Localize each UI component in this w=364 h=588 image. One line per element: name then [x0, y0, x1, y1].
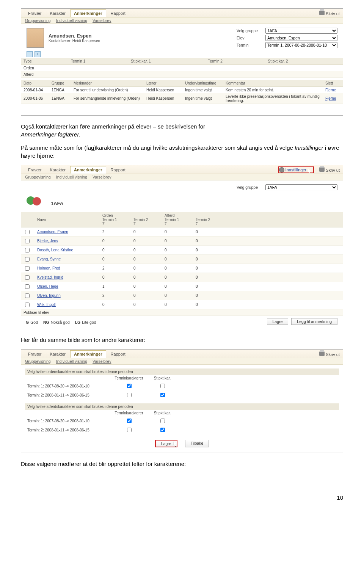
q-orden: Velg hvilke ordenskarakterer som skal br… — [25, 368, 339, 375]
student-link[interactable]: Bjerke, Jens — [37, 239, 58, 243]
student-link[interactable]: Holmen, Fred — [37, 266, 60, 270]
chk-orden-t2-termin[interactable] — [127, 393, 132, 397]
row-check[interactable] — [25, 230, 30, 234]
table-students: Navn OrdenTermin 1Σ Termin 2Σ AtferdTerm… — [21, 212, 343, 316]
legg-til-button[interactable]: Legg til anmerkning — [291, 318, 337, 325]
fjerne-link[interactable]: Fjerne — [325, 88, 336, 92]
para-4: Disse valgene medfører at det blir oppre… — [21, 460, 343, 468]
chk-atferd-t1-termin[interactable] — [127, 419, 132, 423]
lagre-button[interactable]: Lagre — [267, 318, 289, 325]
tab-rapport[interactable]: Rapport — [107, 350, 129, 358]
tab-rapport[interactable]: Rapport — [107, 166, 129, 174]
table-type: TypeTermin 1St.pkt.kar. 1Termin 2St.pkt.… — [21, 58, 343, 78]
sub-indiv[interactable]: Individuell visning — [56, 18, 87, 23]
print-link[interactable]: Skriv ut — [319, 351, 340, 357]
sub-varsel[interactable]: Varselbrev — [93, 359, 111, 364]
sub-indiv[interactable]: Individuell visning — [56, 359, 87, 364]
expand-btn[interactable]: − — [27, 51, 33, 57]
publish-row: Publiser til elev — [21, 309, 343, 316]
gear-icon — [279, 168, 284, 172]
sub-varsel[interactable]: Varselbrev — [93, 175, 111, 179]
q-atferd: Velg hvilke atferdskarakterer som skal b… — [25, 403, 339, 410]
student-link[interactable]: Ulven, Ingunn — [37, 293, 61, 298]
chk-atferd-t1-stpkt[interactable] — [160, 419, 165, 423]
row-check[interactable] — [25, 303, 30, 307]
row-check[interactable] — [25, 248, 30, 252]
chk-orden-t1-termin[interactable] — [127, 384, 132, 388]
screenshot-individual: Fravær Karakter Anmerkninger Rapport Skr… — [21, 8, 343, 116]
chk-atferd-t2-termin[interactable] — [127, 428, 132, 432]
para-1: Også kontaktlærer kan føre anmerkninger … — [21, 122, 343, 138]
student-link[interactable]: Olsen, Hege — [37, 284, 58, 289]
sel-elev[interactable]: Amundsen, Espen — [265, 35, 337, 41]
student-link[interactable]: Dossth, Lena Kristine — [37, 248, 73, 252]
row-check[interactable] — [25, 257, 30, 262]
row-check[interactable] — [25, 275, 30, 280]
print-icon — [319, 11, 325, 15]
lbl-group: Velg gruppe — [237, 28, 263, 33]
person-name: Amundsen, Espen — [49, 33, 100, 39]
student-link[interactable]: Evang, Synne — [37, 257, 61, 261]
screenshot-group: Fravær Karakter Anmerkninger Rapport Inn… — [21, 165, 343, 329]
print-icon — [319, 167, 325, 172]
row-check[interactable] — [25, 284, 30, 289]
group-icon — [27, 195, 46, 212]
student-link[interactable]: Wiik, Ingolf — [37, 303, 56, 307]
tab-anmerkninger[interactable]: Anmerkninger — [70, 350, 106, 358]
sub-gruppe[interactable]: Gruppevisning — [25, 18, 51, 23]
avatar — [27, 28, 44, 48]
student-link[interactable]: Kvelstad, Ingrid — [37, 275, 63, 279]
chk-orden-t2-stpkt[interactable] — [160, 393, 165, 397]
tab-karakter[interactable]: Karakter — [46, 166, 69, 174]
para-2: På samme måte som for (fag)karakterer må… — [21, 144, 343, 160]
print-link[interactable]: Skriv ut — [319, 11, 340, 16]
tab-karakter[interactable]: Karakter — [46, 350, 69, 358]
cursor-icon — [308, 169, 312, 174]
sub-gruppe[interactable]: Gruppevisning — [25, 359, 51, 364]
group-name: 1AFA — [51, 201, 63, 206]
chk-atferd-t2-stpkt[interactable] — [160, 428, 165, 432]
fjerne-link[interactable]: Fjerne — [325, 96, 336, 100]
chk-orden-t1-stpkt[interactable] — [160, 384, 165, 388]
tab-karakter[interactable]: Karakter — [46, 9, 69, 17]
row-check[interactable] — [25, 239, 30, 243]
lbl-group: Velg gruppe — [237, 185, 263, 190]
screenshot-settings: Fravær Karakter Anmerkninger Rapport Skr… — [21, 349, 343, 453]
sub-indiv[interactable]: Individuell visning — [56, 175, 87, 179]
sel-term[interactable]: Termin 1, 2007-08-20-2008-01-10 — [265, 42, 337, 48]
tab-anmerkninger[interactable]: Anmerkninger — [70, 166, 106, 174]
lbl-elev: Elev — [237, 36, 263, 40]
tab-rapport[interactable]: Rapport — [107, 9, 129, 17]
tab-fravaer[interactable]: Fravær — [24, 166, 45, 174]
tab-fravaer[interactable]: Fravær — [24, 9, 45, 17]
tab-anmerkninger[interactable]: Anmerkninger — [70, 9, 106, 17]
student-link[interactable]: Amundsen, Espen — [37, 230, 68, 234]
tab-fravaer[interactable]: Fravær — [24, 350, 45, 358]
row-check[interactable] — [25, 266, 30, 271]
page-number: 10 — [0, 485, 364, 501]
row-check[interactable] — [25, 293, 30, 298]
add-btn[interactable]: + — [35, 51, 41, 57]
sel-group[interactable]: 1AFA — [265, 28, 337, 34]
lbl-term: Termin — [237, 43, 263, 47]
tilbake-button[interactable]: Tilbake — [185, 440, 209, 447]
sub-gruppe[interactable]: Gruppevisning — [25, 175, 51, 179]
person-sub: Kontaktlærer: Heidi Kaspersen — [49, 39, 100, 43]
print-icon — [319, 351, 325, 356]
print-link[interactable]: Skriv ut — [319, 167, 340, 172]
para-3: Her får du samme bilde som for andre kar… — [21, 336, 343, 344]
sel-group[interactable]: 1AFA — [265, 184, 337, 190]
table-merknader: DatoGruppeMerknaderLærerUndervisningstim… — [21, 80, 343, 104]
tabs: Fravær Karakter Anmerkninger Rapport Skr… — [21, 9, 343, 17]
sub-varsel[interactable]: Varselbrev — [93, 18, 111, 23]
innstillinger-link-highlighted[interactable]: Innstillinger — [278, 166, 314, 173]
